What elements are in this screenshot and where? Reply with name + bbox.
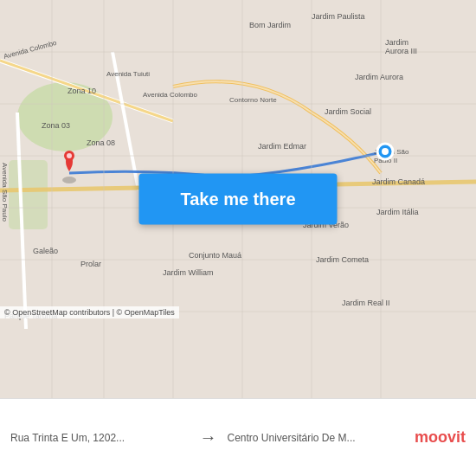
svg-text:Jardim Edmar: Jardim Edmar	[258, 142, 306, 151]
svg-rect-2	[9, 160, 48, 229]
svg-text:Jardim Social: Jardim Social	[325, 107, 371, 116]
svg-text:Conjunto Mauá: Conjunto Mauá	[189, 251, 241, 260]
svg-text:Avenida Colombo: Avenida Colombo	[143, 91, 198, 99]
svg-text:Jardim William: Jardim William	[163, 268, 214, 277]
svg-text:Bom Jardim: Bom Jardim	[249, 21, 291, 29]
svg-text:Zona 03: Zona 03	[42, 121, 70, 130]
map-container: Jardim Paulista Jardim Aurora III Jardim…	[0, 0, 476, 398]
svg-text:Aurora III: Aurora III	[385, 47, 417, 55]
svg-text:Jardim Aurora: Jardim Aurora	[355, 73, 403, 81]
svg-text:Zona 10: Zona 10	[68, 87, 96, 95]
moovit-logo-text: moovit	[415, 428, 466, 447]
svg-text:Galeão: Galeão	[33, 247, 58, 255]
svg-text:Avenida Tuiuti: Avenida Tuiuti	[106, 70, 150, 78]
svg-text:Jardim Cometa: Jardim Cometa	[316, 255, 369, 264]
arrow-icon: →	[190, 428, 228, 447]
to-label: Centro Universitário De M...	[228, 432, 407, 444]
svg-point-52	[382, 148, 389, 155]
moovit-logo: moovit	[406, 428, 466, 447]
svg-point-48	[62, 177, 76, 183]
svg-text:Jardim Canadá: Jardim Canadá	[372, 177, 425, 186]
bottom-bar: Rua Trinta E Um, 1202... → Centro Univer…	[0, 398, 476, 476]
take-me-there-button[interactable]: Take me there	[138, 174, 337, 225]
svg-text:Jardim Real II: Jardim Real II	[342, 299, 390, 307]
svg-text:Jardim Itália: Jardim Itália	[376, 208, 419, 216]
from-section: Rua Trinta E Um, 1202...	[10, 432, 190, 444]
svg-point-50	[67, 153, 72, 158]
svg-text:Jardim Paulista: Jardim Paulista	[312, 12, 365, 21]
from-label: Rua Trinta E Um, 1202...	[10, 432, 190, 444]
svg-text:Contorno Norte: Contorno Norte	[229, 96, 277, 104]
to-section: Centro Universitário De M...	[228, 432, 407, 444]
svg-text:Zona 08: Zona 08	[87, 138, 115, 147]
svg-text:Prolar: Prolar	[80, 260, 101, 268]
map-attribution: © OpenStreetMap contributors | © OpenMap…	[0, 306, 179, 318]
svg-text:Jardim: Jardim	[385, 38, 408, 47]
svg-text:Avenida São Paulo: Avenida São Paulo	[1, 163, 9, 222]
